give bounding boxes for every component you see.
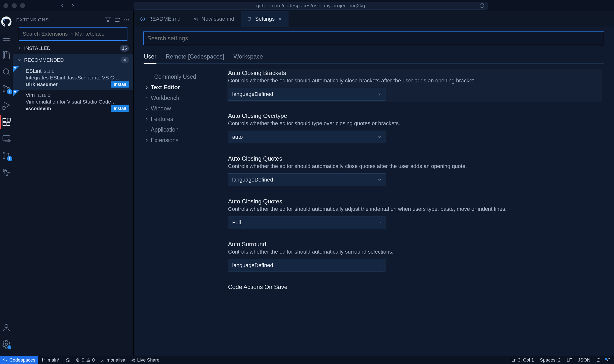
extensions-search-input[interactable] (19, 27, 127, 41)
svg-line-58 (133, 360, 134, 361)
setting-auto-indent: Auto Closing Quotes Controls whether the… (227, 197, 602, 230)
title-bar: github.com/codespaces/user-my-project-mg… (0, 0, 614, 11)
setting-code-actions-on-save: Code Actions On Save (227, 283, 602, 292)
settings-gear-icon[interactable] (0, 337, 13, 352)
settings-badge (7, 345, 11, 349)
scope-remote[interactable]: Remote [Codespaces] (166, 52, 224, 63)
tab-label: README.md (148, 16, 181, 22)
toc-extensions[interactable]: Extensions (143, 135, 220, 146)
status-bar: Codespaces main* 0 0 monalisa Live Share… (0, 356, 614, 364)
maximize-window[interactable] (20, 3, 25, 8)
toc-features[interactable]: Features (143, 114, 220, 124)
ext-item-eslint[interactable]: ★ ESLint2.1.8 Integrates ESLint JavaScri… (13, 66, 133, 90)
status-feedback[interactable] (593, 356, 604, 364)
scm-badge: 1 (7, 89, 12, 94)
ext-desc: Vim emulation for Visual Studio Code… (26, 99, 129, 105)
more-icon[interactable] (123, 17, 130, 23)
accounts-icon[interactable] (0, 320, 13, 335)
toc-application[interactable]: Application (143, 124, 220, 135)
search-icon[interactable] (0, 64, 13, 79)
ext-publisher: vscodevim (26, 106, 51, 111)
remote-explorer-icon[interactable] (0, 131, 13, 146)
github-logo[interactable] (0, 14, 13, 29)
install-button[interactable]: Install (111, 105, 129, 112)
explorer-icon[interactable] (0, 48, 13, 62)
setting-dropdown[interactable]: languageDefined (228, 88, 385, 101)
section-count: 4 (121, 57, 129, 63)
section-recommended[interactable]: RECOMMENDED 4 (13, 54, 133, 66)
setting-desc: Controls whether the editor should autom… (228, 249, 602, 255)
ext-name: ESLint (26, 68, 42, 74)
status-codespaces[interactable]: Codespaces (0, 356, 38, 364)
reload-icon[interactable] (479, 3, 485, 8)
install-button[interactable]: Install (111, 81, 129, 88)
chevron-down-icon (17, 58, 22, 62)
clear-icon[interactable] (114, 17, 121, 23)
status-language[interactable]: JSON (575, 356, 593, 364)
ext-name: Vim (26, 92, 35, 98)
scope-workspace[interactable]: Workspace (233, 52, 263, 63)
activity-bar: 1 1 (0, 11, 13, 356)
close-icon[interactable] (278, 17, 282, 21)
tab-label: Settings (255, 16, 275, 22)
tab-settings[interactable]: Settings (241, 11, 289, 27)
ext-item-vim[interactable]: ★ Vim1.16.0 Vim emulation for Visual Stu… (13, 90, 133, 114)
status-cursor[interactable]: Ln 3, Col 1 (508, 356, 537, 364)
status-sync[interactable] (62, 356, 73, 364)
svg-rect-11 (3, 122, 6, 126)
ext-desc: Integrates ESLint JavaScript into VS C… (26, 75, 129, 81)
info-icon (140, 16, 145, 22)
tab-label: NewIssue.md (201, 16, 234, 22)
address-bar[interactable]: github.com/codespaces/user-my-project-mg… (134, 2, 488, 10)
settings-search-input[interactable] (143, 31, 604, 45)
nav-arrows (60, 3, 76, 8)
chevron-down-icon (377, 220, 382, 225)
status-spaces[interactable]: Spaces: 2 (537, 356, 564, 364)
tab-readme[interactable]: README.md (134, 11, 187, 27)
window-buttons (3, 3, 25, 8)
scope-user[interactable]: User (144, 52, 156, 63)
section-count: 16 (120, 45, 129, 52)
toc-workbench[interactable]: Workbench (143, 93, 220, 103)
close-window[interactable] (3, 3, 8, 8)
toc-commonly-used[interactable]: Commonly Used (143, 72, 220, 82)
filter-icon[interactable] (105, 17, 111, 23)
source-control-icon[interactable]: 1 (0, 81, 13, 96)
svg-point-24 (5, 324, 8, 328)
svg-point-5 (3, 85, 5, 87)
setting-auto-closing-brackets: Auto Closing Brackets Controls whether t… (227, 69, 602, 102)
status-eol[interactable]: LF (564, 356, 575, 364)
forward-icon[interactable] (70, 3, 76, 8)
github-pr-icon[interactable]: 1 (0, 148, 13, 163)
status-notifications[interactable] (604, 356, 614, 364)
toc-text-editor[interactable]: Text Editor (143, 82, 220, 93)
setting-title: Auto Closing Quotes (228, 155, 602, 162)
run-debug-icon[interactable] (0, 98, 13, 113)
svg-point-54 (132, 360, 133, 361)
menu-icon[interactable] (0, 31, 13, 46)
section-installed[interactable]: INSTALLED 16 (13, 42, 133, 54)
markdown-icon: M↓ (194, 17, 199, 21)
status-liveshare[interactable]: Live Share (128, 356, 162, 364)
toc-window[interactable]: Window (143, 103, 220, 114)
extensions-icon[interactable] (0, 115, 13, 129)
ext-version: 2.1.8 (44, 69, 54, 74)
svg-rect-10 (3, 119, 6, 122)
status-user[interactable]: monalisa (98, 356, 128, 364)
tab-newissue[interactable]: M↓ NewIssue.md (187, 11, 241, 27)
svg-point-25 (5, 343, 8, 346)
status-branch[interactable]: main* (38, 356, 63, 364)
settings-list: Auto Closing Brackets Controls whether t… (227, 69, 604, 356)
svg-point-33 (126, 19, 127, 20)
github-actions-icon[interactable] (0, 165, 13, 180)
setting-dropdown[interactable]: languageDefined (228, 173, 385, 186)
setting-auto-closing-quotes: Auto Closing Quotes Controls whether the… (227, 154, 602, 187)
setting-dropdown[interactable]: Full (228, 216, 385, 229)
setting-dropdown[interactable]: languageDefined (228, 259, 385, 272)
back-icon[interactable] (60, 3, 65, 8)
status-problems[interactable]: 0 0 (73, 356, 98, 364)
setting-auto-closing-overtype: Auto Closing Overtype Controls whether t… (227, 111, 602, 144)
minimize-window[interactable] (12, 3, 17, 8)
setting-dropdown[interactable]: auto (228, 131, 385, 143)
svg-point-41 (249, 17, 249, 18)
